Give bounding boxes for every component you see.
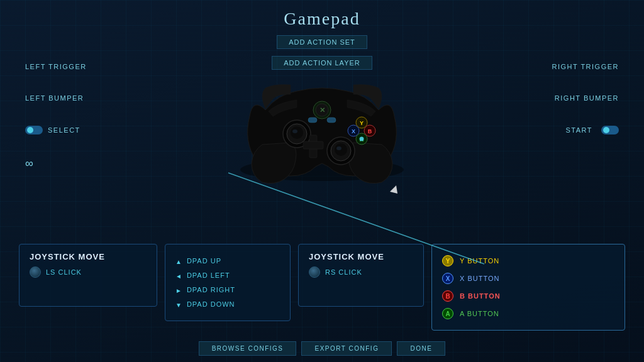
dpad-down-item[interactable]: DPAD DOWN [175, 299, 280, 310]
svg-text:Y: Y [360, 120, 364, 126]
face-buttons-panel[interactable]: Y Y BUTTON X X BUTTON B B BUTTON A A BUT… [431, 244, 625, 331]
x-button-label: X BUTTON [460, 275, 499, 282]
right-joystick-panel[interactable]: JOYSTICK MOVE RS CLICK [298, 244, 424, 307]
done-button[interactable]: DONE [397, 341, 445, 356]
rs-click-label: RS CLICK [325, 268, 362, 276]
left-bumper-label[interactable]: LEFT BUMPER [25, 94, 84, 102]
controller-svg: Y X B A ✕ [228, 60, 416, 192]
b-button-item[interactable]: B B BUTTON [442, 287, 614, 305]
dpad-left-label: DPAD LEFT [187, 272, 230, 279]
dpad-right-label: DPAD RIGHT [187, 286, 235, 293]
dpad-left-item[interactable]: DPAD LEFT [175, 270, 280, 281]
select-toggle[interactable] [25, 126, 43, 134]
dpad-right-item[interactable]: DPAD RIGHT [175, 284, 280, 295]
svg-text:✕: ✕ [319, 106, 325, 114]
dpad-left-icon [175, 270, 182, 281]
svg-point-4 [292, 129, 297, 133]
ls-click-icon [30, 266, 41, 278]
svg-text:X: X [352, 128, 355, 134]
bottom-panels: JOYSTICK MOVE LS CLICK DPAD UP DPAD LEFT… [19, 244, 625, 331]
browse-configs-button[interactable]: BROWSE CONFIGS [199, 341, 297, 356]
rs-click-icon [309, 266, 320, 278]
y-badge: Y [442, 255, 453, 266]
right-bumper-label[interactable]: RIGHT BUMPER [555, 94, 619, 102]
export-config-button[interactable]: EXPORT CONFIG [301, 341, 392, 356]
left-joystick-title: JOYSTICK MOVE [30, 252, 147, 261]
a-button-label: A BUTTON [460, 310, 499, 317]
b-badge: B [442, 290, 453, 302]
select-label: SELECT [48, 126, 80, 134]
svg-rect-23 [327, 118, 336, 123]
b-button-label: B BUTTON [460, 292, 501, 300]
svg-rect-10 [303, 141, 323, 149]
x-button-item[interactable]: X X BUTTON [442, 270, 614, 287]
start-label-container[interactable]: START [565, 126, 619, 134]
svg-point-24 [360, 137, 364, 141]
add-action-set-button[interactable]: ADD ACTION SET [277, 35, 367, 49]
svg-point-3 [291, 126, 303, 139]
svg-rect-22 [308, 118, 317, 123]
start-toggle[interactable] [601, 126, 619, 134]
x-badge: X [442, 273, 453, 284]
right-joystick-title: JOYSTICK MOVE [309, 252, 413, 261]
dpad-right-icon [175, 284, 182, 295]
a-badge: A [442, 308, 453, 319]
ls-click-item[interactable]: LS CLICK [30, 266, 147, 278]
dpad-down-icon [175, 299, 182, 310]
a-button-item[interactable]: A A BUTTON [442, 305, 614, 322]
svg-point-8 [336, 146, 341, 150]
rs-click-item[interactable]: RS CLICK [309, 266, 413, 278]
bottom-bar: BROWSE CONFIGS EXPORT CONFIG DONE [0, 341, 644, 356]
controller-image: Y X B A ✕ [228, 60, 416, 194]
svg-point-7 [335, 143, 347, 156]
select-label-container[interactable]: SELECT [25, 126, 80, 134]
dpad-down-label: DPAD DOWN [187, 300, 235, 308]
dpad-panel[interactable]: DPAD UP DPAD LEFT DPAD RIGHT DPAD DOWN [165, 244, 291, 321]
ls-click-label: LS CLICK [46, 268, 82, 276]
page-title: Gamepad [0, 9, 644, 29]
infinity-icon: ∞ [25, 157, 34, 170]
dpad-up-icon [175, 255, 182, 266]
y-button-item[interactable]: Y Y BUTTON [442, 252, 614, 270]
dpad-up-item[interactable]: DPAD UP [175, 255, 280, 266]
y-button-label: Y BUTTON [460, 257, 499, 265]
left-joystick-panel[interactable]: JOYSTICK MOVE LS CLICK [19, 244, 157, 307]
dpad-up-label: DPAD UP [187, 257, 221, 265]
start-label: START [565, 126, 592, 134]
svg-text:B: B [368, 128, 372, 134]
